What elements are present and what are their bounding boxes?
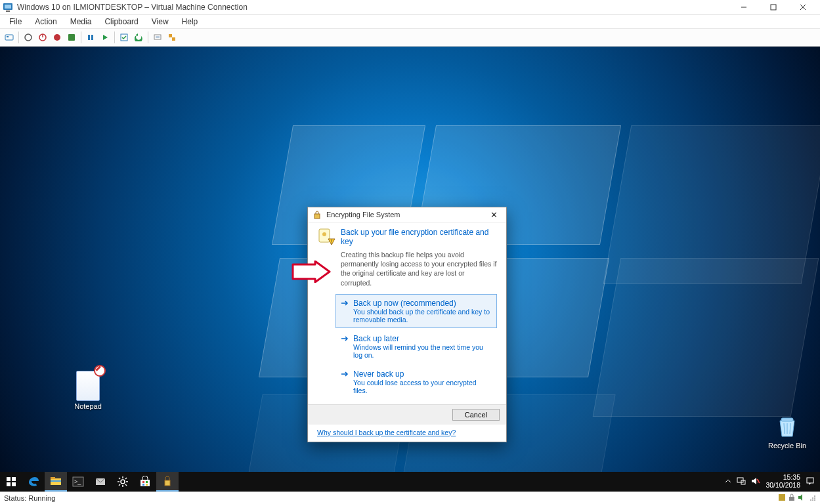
option-subtitle: You should back up the certificate and k… xyxy=(353,308,491,324)
efs-dialog: Encrypting File System ✕ ! Back up your … xyxy=(307,207,507,442)
dialog-close-button[interactable]: ✕ xyxy=(485,210,502,220)
svg-point-9 xyxy=(25,34,32,41)
vm-app-icon xyxy=(3,2,13,12)
svg-line-50 xyxy=(119,478,120,479)
close-button[interactable] xyxy=(788,0,817,14)
taskbar-edge[interactable] xyxy=(22,472,45,492)
option-title: Back up later xyxy=(353,334,399,343)
menu-action[interactable]: Action xyxy=(30,16,62,28)
option-back-up-later[interactable]: Back up later Windows will remind you th… xyxy=(335,329,497,364)
vm-titlebar: Windows 10 on ILMIONTDESKTOP – Virtual M… xyxy=(0,0,820,15)
menu-file[interactable]: File xyxy=(4,16,27,28)
svg-rect-40 xyxy=(51,477,55,479)
svg-marker-16 xyxy=(103,35,108,40)
start-icon[interactable] xyxy=(22,31,35,44)
cancel-button[interactable]: Cancel xyxy=(452,409,500,421)
svg-point-72 xyxy=(810,499,811,501)
svg-rect-36 xyxy=(12,477,16,481)
help-link[interactable]: Why should I back up the certificate and… xyxy=(308,425,506,442)
minimize-button[interactable] xyxy=(729,0,758,14)
taskbar-efs-dialog[interactable] xyxy=(156,472,179,492)
svg-point-45 xyxy=(121,480,125,484)
recycle-bin-icon xyxy=(773,413,801,440)
svg-rect-64 xyxy=(807,478,813,483)
svg-rect-57 xyxy=(142,484,144,486)
dialog-title: Encrypting File System xyxy=(326,211,485,219)
status-lock-icon xyxy=(788,494,795,503)
svg-rect-4 xyxy=(771,5,776,10)
option-subtitle: Windows will remind you the next time yo… xyxy=(353,343,491,359)
shutdown-icon[interactable] xyxy=(51,31,64,44)
svg-point-71 xyxy=(814,497,815,499)
taskbar-settings[interactable] xyxy=(112,472,134,492)
svg-rect-22 xyxy=(781,418,793,421)
svg-rect-35 xyxy=(7,477,11,481)
pause-icon[interactable] xyxy=(84,31,97,44)
menu-view[interactable]: View xyxy=(146,16,174,28)
desktop-icon-recycle-bin[interactable]: Recycle Bin xyxy=(764,413,811,450)
arrow-right-icon xyxy=(340,369,349,379)
ctrl-alt-del-icon[interactable] xyxy=(3,31,16,44)
tray-show-hidden-icon[interactable] xyxy=(725,478,731,486)
taskbar-terminal[interactable]: >_ xyxy=(67,472,89,492)
taskbar-clock[interactable]: 15:35 30/10/2018 xyxy=(766,474,800,489)
svg-rect-37 xyxy=(7,482,11,486)
reset-icon[interactable] xyxy=(98,31,112,44)
dialog-description: Creating this backup file helps you avoi… xyxy=(341,250,497,287)
svg-rect-54 xyxy=(140,480,150,486)
svg-rect-2 xyxy=(6,10,10,12)
svg-rect-67 xyxy=(789,497,794,501)
share-icon[interactable] xyxy=(165,31,179,44)
arrow-right-icon xyxy=(340,334,349,343)
option-never-back-up[interactable]: Never back up You could lose access to y… xyxy=(335,365,497,399)
tray-network-icon[interactable] xyxy=(737,477,746,486)
clock-date: 30/10/2018 xyxy=(766,482,800,490)
status-security-icon xyxy=(778,494,786,503)
save-icon[interactable] xyxy=(65,31,78,44)
svg-rect-26 xyxy=(314,214,320,219)
arrow-right-icon xyxy=(340,299,349,308)
desktop-icon-notepad[interactable]: Notepad xyxy=(64,371,112,410)
dialog-titlebar[interactable]: Encrypting File System ✕ xyxy=(308,207,506,222)
tray-volume-icon[interactable] xyxy=(751,477,760,486)
maximize-button[interactable] xyxy=(758,0,788,14)
svg-rect-20 xyxy=(169,34,172,37)
svg-rect-7 xyxy=(5,35,13,40)
svg-rect-38 xyxy=(12,482,16,486)
dialog-heading: Back up your file encryption certificate… xyxy=(341,228,497,246)
svg-marker-62 xyxy=(752,478,756,484)
svg-line-51 xyxy=(125,484,127,486)
svg-marker-68 xyxy=(798,494,802,501)
option-title: Back up now (recommended) xyxy=(353,299,456,308)
svg-line-53 xyxy=(119,484,120,486)
start-button[interactable] xyxy=(0,472,22,492)
vm-window-title: Windows 10 on ILMIONTDESKTOP – Virtual M… xyxy=(17,3,729,12)
taskbar-store[interactable] xyxy=(134,472,156,492)
revert-icon[interactable] xyxy=(132,31,145,44)
svg-rect-21 xyxy=(172,37,175,41)
guest-desktop[interactable]: Notepad Recycle Bin Encrypting File Syst… xyxy=(0,47,820,492)
svg-rect-55 xyxy=(142,481,144,483)
taskbar-mail[interactable] xyxy=(89,472,112,492)
option-title: Never back up xyxy=(353,369,404,379)
option-subtitle: You could lose access to your encrypted … xyxy=(353,379,491,394)
svg-text:>_: >_ xyxy=(74,478,81,485)
guest-taskbar: >_ 15:35 30/10/2018 xyxy=(0,472,820,492)
option-back-up-now[interactable]: Back up now (recommended) You should bac… xyxy=(335,294,497,328)
svg-rect-41 xyxy=(51,480,61,482)
svg-point-69 xyxy=(814,499,815,501)
resize-grip-icon[interactable] xyxy=(808,494,816,503)
menu-clipboard[interactable]: Clipboard xyxy=(99,16,143,28)
status-text: Status: Running xyxy=(4,494,55,502)
enhanced-session-icon[interactable] xyxy=(151,31,164,44)
vm-toolbar xyxy=(0,28,820,47)
turnoff-icon[interactable] xyxy=(36,31,49,44)
menu-help[interactable]: Help xyxy=(177,16,204,28)
svg-point-73 xyxy=(812,497,813,499)
taskbar-explorer[interactable] xyxy=(45,472,67,492)
tray-notifications-icon[interactable] xyxy=(806,476,815,487)
checkpoint-icon[interactable] xyxy=(118,31,131,44)
notepad-icon xyxy=(76,371,100,401)
svg-point-28 xyxy=(322,232,326,236)
menu-media[interactable]: Media xyxy=(65,16,97,28)
